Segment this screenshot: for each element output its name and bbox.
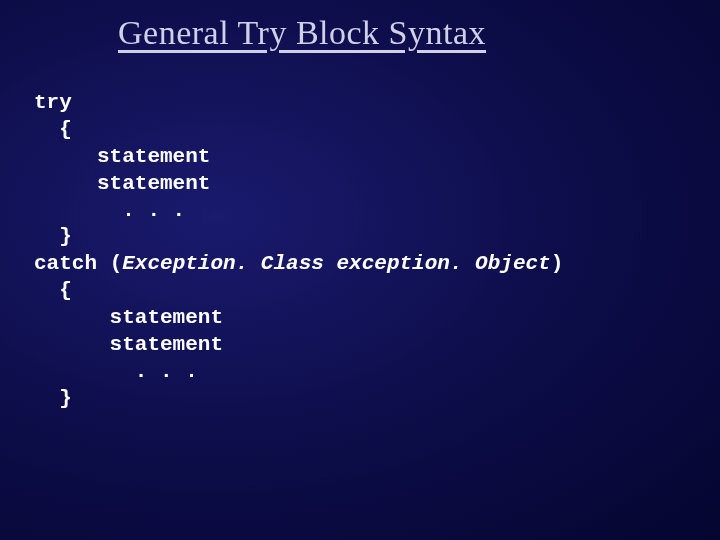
slide: General Try Block Syntax try { statement… xyxy=(0,0,720,540)
code-line-brace-open-2: { xyxy=(34,279,72,302)
code-line-stmt-4: statement xyxy=(34,333,223,356)
code-catch-params: Exception. Class exception. Object xyxy=(122,252,550,275)
code-line-try: try xyxy=(34,91,72,114)
slide-title: General Try Block Syntax xyxy=(0,0,720,52)
code-line-brace-close-2: } xyxy=(34,387,72,410)
code-line-stmt-3: statement xyxy=(34,306,223,329)
code-line-stmt-2: statement xyxy=(34,172,210,195)
code-line-catch: catch xyxy=(34,252,110,275)
code-paren-close: ) xyxy=(551,252,564,275)
code-line-stmt-1: statement xyxy=(34,145,210,168)
code-block: try { statement statement . . . } catch … xyxy=(0,52,720,413)
code-line-ellipsis-2: . . . xyxy=(34,360,198,383)
code-line-brace-close-1: } xyxy=(34,225,72,248)
code-paren-open: ( xyxy=(110,252,123,275)
code-line-ellipsis-1: . . . xyxy=(34,199,185,222)
code-line-brace-open-1: { xyxy=(34,118,72,141)
